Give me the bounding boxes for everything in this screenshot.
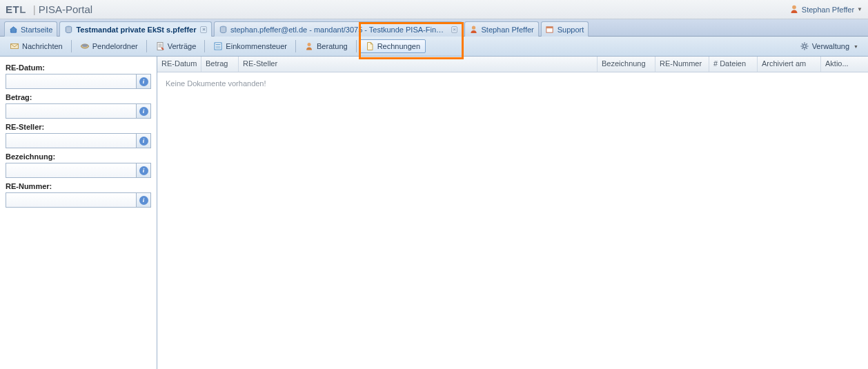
tab-label: stephan.pfeffer@etl.de - mandant/3075 - … (230, 26, 447, 34)
header: ETL | PISA-Portal Stephan Pfeffer ▼ (0, 0, 868, 19)
svg-point-3 (472, 26, 475, 30)
folder-icon (80, 41, 90, 51)
info-button[interactable]: i (136, 74, 151, 89)
field-label-bezeichnung: Bezeichnung: (6, 152, 151, 161)
toolbar-separator (295, 40, 296, 52)
svg-point-11 (308, 43, 311, 46)
col-re-datum[interactable]: RE-Datum (157, 57, 201, 72)
user-icon (468, 25, 478, 34)
svg-point-0 (792, 5, 796, 9)
tab-testmandat[interactable]: Testmandat private EkSt s.pfeffer × (59, 21, 212, 37)
grid-empty-message: Keine Dokumente vorhanden! (157, 72, 868, 94)
toolbar-pendelordner[interactable]: Pendelordner (75, 39, 144, 53)
info-icon: i (139, 107, 148, 116)
user-icon (789, 4, 799, 15)
toolbar-einkommensteuer[interactable]: Einkommensteuer (208, 39, 293, 53)
info-icon: i (139, 137, 148, 146)
field-label-betrag: Betrag: (6, 93, 151, 101)
content-area: RE-Datum Betrag RE-Steller Bezeichnung R… (157, 57, 868, 369)
field-label-re-nummer: RE-Nummer: (6, 182, 151, 190)
toolbar-label: Pendelordner (92, 42, 138, 50)
toolbar: Nachrichten Pendelordner Verträge Einkom… (0, 37, 868, 57)
betrag-input[interactable] (6, 103, 136, 119)
file-icon (365, 41, 375, 51)
tab-startseite[interactable]: Startseite (4, 21, 57, 37)
tab-label: Testmandat private EkSt s.pfeffer (76, 26, 196, 34)
tab-mandant[interactable]: stephan.pfeffer@etl.de - mandant/3075 - … (214, 21, 462, 37)
info-button[interactable]: i (136, 163, 151, 178)
col-archiviert[interactable]: Archiviert am (758, 57, 821, 72)
tab-label: Stephan Pfeffer (481, 26, 533, 34)
col-re-steller[interactable]: RE-Steller (239, 57, 598, 72)
close-icon[interactable]: × (451, 26, 458, 33)
svg-point-8 (82, 44, 88, 47)
tab-label: Support (558, 26, 584, 34)
re-datum-input[interactable] (6, 74, 136, 89)
gear-icon (800, 41, 809, 51)
toolbar-label: Nachrichten (22, 42, 63, 50)
filter-sidebar: RE-Datum: i Betrag: i RE-Steller: i Beze… (0, 57, 157, 369)
col-aktionen[interactable]: Aktio... (821, 57, 860, 72)
svg-point-12 (802, 45, 805, 48)
toolbar-label: Einkommensteuer (226, 42, 287, 50)
toolbar-label: Verträge (168, 42, 197, 50)
info-button[interactable]: i (136, 133, 151, 148)
app-logo: ETL (6, 3, 26, 15)
database-icon (218, 25, 227, 34)
toolbar-separator (204, 40, 205, 52)
info-icon: i (139, 77, 148, 86)
logo-prefix: ET (6, 3, 19, 15)
tab-bar: Startseite Testmandat private EkSt s.pfe… (0, 19, 868, 37)
svg-rect-5 (546, 27, 553, 28)
col-bezeichnung[interactable]: Bezeichnung (598, 57, 655, 72)
re-steller-input[interactable] (6, 133, 136, 148)
bezeichnung-input[interactable] (6, 163, 136, 178)
field-label-re-datum: RE-Datum: (6, 63, 151, 72)
tab-support[interactable]: Support (541, 21, 589, 37)
tab-user[interactable]: Stephan Pfeffer (464, 21, 538, 37)
database-icon (63, 25, 73, 34)
toolbar-beratung[interactable]: Beratung (299, 39, 353, 53)
toolbar-label: Verwaltung (812, 42, 849, 50)
user-name: Stephan Pfeffer (802, 6, 854, 14)
list-icon (213, 41, 223, 51)
toolbar-separator (146, 40, 147, 52)
toolbar-separator (71, 40, 72, 52)
field-label-re-steller: RE-Steller: (6, 123, 151, 131)
portal-title: PISA-Portal (39, 3, 92, 15)
toolbar-vertraege[interactable]: Verträge (150, 39, 202, 53)
col-dateien[interactable]: # Dateien (709, 57, 758, 72)
col-betrag[interactable]: Betrag (201, 57, 239, 72)
document-icon (155, 41, 165, 51)
info-icon: i (139, 166, 148, 175)
logo-suffix: L (19, 3, 26, 15)
home-icon (8, 25, 18, 34)
chevron-down-icon: ▼ (857, 6, 862, 12)
toolbar-separator (356, 40, 357, 52)
grid-header: RE-Datum Betrag RE-Steller Bezeichnung R… (157, 57, 868, 72)
chevron-down-icon: ▼ (854, 44, 858, 49)
toolbar-label: Rechnungen (377, 42, 420, 50)
toolbar-nachrichten[interactable]: Nachrichten (4, 39, 68, 53)
user-menu[interactable]: Stephan Pfeffer ▼ (789, 4, 862, 15)
re-nummer-input[interactable] (6, 192, 136, 208)
mail-icon (10, 41, 19, 51)
calendar-icon (545, 25, 555, 34)
toolbar-rechnungen[interactable]: Rechnungen (359, 39, 426, 53)
info-icon: i (139, 196, 148, 205)
col-re-nummer[interactable]: RE-Nummer (655, 57, 709, 72)
main: RE-Datum: i Betrag: i RE-Steller: i Beze… (0, 57, 868, 369)
toolbar-verwaltung[interactable]: Verwaltung ▼ (794, 39, 864, 53)
info-button[interactable]: i (136, 103, 151, 119)
person-icon (304, 41, 314, 51)
info-button[interactable]: i (136, 192, 151, 208)
close-icon[interactable]: × (200, 26, 207, 33)
tab-label: Startseite (21, 26, 52, 34)
logo-separator: | (33, 3, 36, 15)
toolbar-label: Beratung (317, 42, 348, 50)
